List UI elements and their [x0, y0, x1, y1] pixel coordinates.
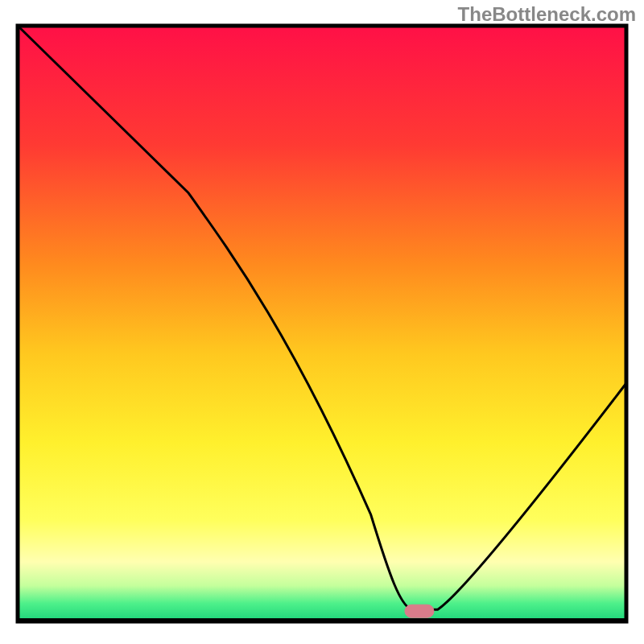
optimal-marker [405, 605, 434, 617]
watermark-text: TheBottleneck.com [458, 3, 636, 26]
chart-svg [0, 0, 644, 644]
bottleneck-chart [0, 0, 644, 644]
